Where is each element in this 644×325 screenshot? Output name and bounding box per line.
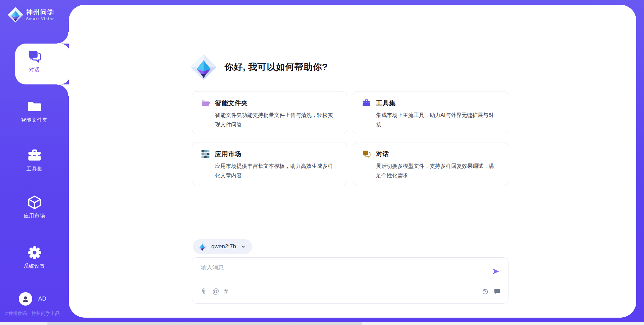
user-initials: AD [38,296,47,302]
brand-text: 神州问学 Smart Vision [26,9,55,21]
folder-icon [0,99,69,114]
history-icon [482,288,489,295]
composer-divider [198,282,503,282]
feature-card-grid: 智能文件夹 智能文件夹功能支持批量文件上传与清洗，轻松实现文件问答 工具集 集成… [192,91,508,185]
card-description: 集成市场上主流工具，助力AI与外界无缝扩展与对接 [376,111,499,129]
card-title: 智能文件夹 [215,99,248,108]
card-title: 工具集 [376,99,396,108]
sidebar-item-chat[interactable]: 对话 [0,49,69,73]
greeting-logo-icon [190,54,217,80]
sidebar-item-label: 对话 [0,67,69,73]
main-content-panel: 你好, 我可以如何帮助你? 智能文件夹 智能文件夹功能支持批量文件上传与清洗，轻… [69,5,636,318]
card-chat[interactable]: 对话 灵活切换多模型文件，支持多样回复效果调试，满足个性化需求 [353,142,508,185]
folder-open-icon [201,99,210,108]
quick-phrases-button[interactable] [494,288,501,295]
sidebar: 神州问学 Smart Vision 对话 智能文件夹 工具集 [0,0,69,325]
mention-icon: @ [212,288,219,295]
brand-subtitle: Smart Vision [26,17,55,21]
card-smart-folder[interactable]: 智能文件夹 智能文件夹功能支持批量文件上传与清洗，轻松实现文件问答 [192,91,347,134]
sidebar-item-label: 智能文件夹 [0,117,69,123]
hashtag-icon: # [224,288,228,295]
model-selector[interactable]: qwen2:7b [193,239,252,254]
user-icon [21,295,30,303]
briefcase-icon [362,99,371,108]
card-header: 应用市场 [201,149,338,158]
chat-bubble-icon [494,288,501,295]
model-logo-icon [197,242,207,252]
avatar [19,292,32,306]
sidebar-item-label: 应用市场 [0,213,69,219]
message-input[interactable] [200,263,480,280]
sidebar-item-app-market[interactable]: 应用市场 [0,195,69,219]
model-name: qwen2:7b [211,243,236,250]
message-composer: @ # [192,257,508,304]
copyright-text: ©神州数码 · 神州问学出品 [5,311,60,317]
greeting-title: 你好, 我可以如何帮助你? [224,61,328,73]
paperclip-icon [200,288,207,295]
brand-diamond-icon [7,7,23,23]
card-description: 灵活切换多模型文件，支持多样回复效果调试，满足个性化需求 [376,161,499,180]
send-icon [491,267,500,276]
chat-bubbles-icon [0,49,69,64]
card-description: 智能文件夹功能支持批量文件上传与清洗，轻松实现文件问答 [215,111,338,129]
card-header: 智能文件夹 [201,99,338,108]
sidebar-item-toolset[interactable]: 工具集 [0,148,69,172]
card-app-market[interactable]: 应用市场 应用市场提供丰富长文本模板，助力高效生成多样化文章内容 [192,142,347,185]
card-toolset[interactable]: 工具集 集成市场上主流工具，助力AI与外界无缝扩展与对接 [353,91,508,134]
send-button[interactable] [491,267,501,276]
horizontal-scrollbar-thumb[interactable] [47,322,362,325]
gear-icon [0,245,69,260]
cube-icon [0,195,69,210]
card-header: 工具集 [362,99,499,108]
attach-file-button[interactable] [200,288,207,295]
composer-toolbar: @ # [200,284,228,299]
chat-bubbles-icon [362,149,371,158]
chevron-down-icon [240,244,246,250]
sidebar-item-label: 系统设置 [0,263,69,269]
brand-name: 神州问学 [26,9,55,16]
history-button[interactable] [482,288,489,295]
horizontal-scrollbar-track [0,322,644,325]
card-header: 对话 [362,149,499,158]
card-title: 对话 [376,150,389,158]
card-title: 应用市场 [215,150,241,158]
briefcase-icon [0,148,69,163]
user-profile[interactable]: AD [19,292,47,306]
composer-right-toolbar [482,284,501,299]
greeting-block: 你好, 我可以如何帮助你? [190,54,328,80]
sidebar-item-label: 工具集 [0,166,69,172]
sidebar-item-settings[interactable]: 系统设置 [0,245,69,269]
card-description: 应用市场提供丰富长文本模板，助力高效生成多样化文章内容 [215,161,338,180]
brand-logo: 神州问学 Smart Vision [7,7,55,23]
mention-button[interactable]: @ [212,288,219,295]
grid-icon [201,149,210,158]
sidebar-item-smart-folder[interactable]: 智能文件夹 [0,99,69,123]
hashtag-button[interactable]: # [224,288,228,295]
